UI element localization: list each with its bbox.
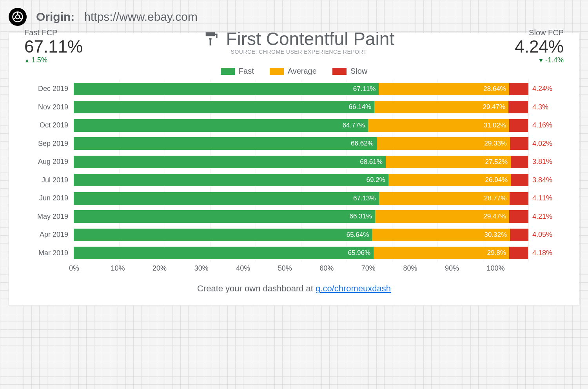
- footer-link[interactable]: g.co/chromeuxdash: [316, 284, 391, 293]
- bar: 67.13% 28.77%: [74, 192, 528, 205]
- bar-fast: 64.77%: [74, 119, 368, 132]
- slow-value-label: 3.84%: [528, 176, 564, 184]
- bar: 68.61% 27.52%: [74, 156, 528, 168]
- legend-average: Average: [270, 67, 317, 76]
- svg-point-1: [16, 15, 20, 19]
- swatch-fast: [221, 68, 235, 75]
- y-label: Apr 2019: [24, 231, 74, 239]
- bar-average: 29.47%: [374, 101, 508, 113]
- bar-slow: [511, 174, 528, 186]
- bar-slow: [510, 229, 528, 241]
- slow-value-label: 3.81%: [528, 158, 564, 166]
- arrow-down-icon: ▼: [538, 57, 544, 64]
- legend-slow: Slow: [332, 67, 367, 76]
- chrome-icon: [9, 8, 27, 26]
- bar: 65.64% 30.32%: [74, 229, 528, 241]
- bar-slow: [509, 247, 528, 259]
- bar-slow: [510, 192, 528, 205]
- slow-value-label: 4.16%: [528, 121, 564, 129]
- swatch-avg: [270, 68, 284, 75]
- slow-value-label: 4.21%: [528, 213, 564, 221]
- slow-fcp-value: 4.24%: [515, 37, 564, 56]
- x-tick: 60%: [319, 264, 361, 273]
- slow-value-label: 4.3%: [528, 103, 564, 111]
- bar: 65.96% 29.8%: [74, 247, 528, 259]
- bar: 64.77% 31.02%: [74, 119, 528, 132]
- x-tick: 40%: [236, 264, 278, 273]
- fast-fcp-label: Fast FCP: [24, 28, 83, 37]
- bar-fast: 69.2%: [74, 174, 388, 186]
- slow-value-label: 4.18%: [528, 249, 564, 257]
- y-label: Dec 2019: [24, 85, 74, 93]
- bar-average: 28.64%: [379, 83, 509, 95]
- slow-fcp-label: Slow FCP: [529, 28, 564, 37]
- origin-label: Origin:: [36, 10, 74, 24]
- y-label: Aug 2019: [24, 158, 74, 166]
- slow-value-label: 4.24%: [528, 85, 564, 93]
- x-tick: 30%: [194, 264, 236, 273]
- footer: Create your own dashboard at g.co/chrome…: [24, 284, 564, 294]
- bar-average: 29.47%: [375, 210, 509, 223]
- chart-title: First Contentful Paint: [226, 28, 394, 49]
- y-label: Nov 2019: [24, 103, 74, 111]
- slow-value-label: 4.05%: [528, 231, 564, 239]
- bar-fast: 67.13%: [74, 192, 379, 205]
- x-tick: 70%: [361, 264, 403, 273]
- origin-url: https://www.ebay.com: [84, 10, 198, 24]
- fcp-chart: Dec 2019 67.11% 28.64% 4.24% Nov 2019 66…: [24, 80, 564, 273]
- bar-fast: 65.64%: [74, 229, 372, 241]
- x-tick: 0%: [69, 264, 111, 273]
- fcp-card: Fast FCP 67.11% ▲1.5% First Contentful P…: [9, 33, 579, 305]
- fast-fcp-delta: ▲1.5%: [24, 56, 83, 64]
- bar-fast: 68.61%: [74, 156, 386, 168]
- x-tick: 90%: [445, 264, 487, 273]
- bar: 69.2% 26.94%: [74, 174, 528, 186]
- bar-average: 31.02%: [368, 119, 509, 132]
- bar-average: 27.52%: [386, 156, 511, 168]
- swatch-slow: [332, 68, 347, 75]
- fast-fcp-value: 67.11%: [24, 37, 83, 56]
- bar-fast: 65.96%: [74, 247, 374, 259]
- bar-slow: [508, 101, 528, 113]
- slow-value-label: 4.11%: [528, 194, 564, 202]
- x-tick: 20%: [152, 264, 194, 273]
- bar: 66.14% 29.47%: [74, 101, 528, 113]
- x-tick: 10%: [111, 264, 153, 273]
- bar-slow: [509, 83, 528, 95]
- slow-fcp-kpi: Slow FCP 4.24% ▼-1.4%: [515, 28, 564, 64]
- bar-slow: [509, 210, 528, 223]
- bar-slow: [511, 156, 528, 168]
- chart-source: SOURCE: CHROME USER EXPERIENCE REPORT: [83, 49, 515, 55]
- bar-fast: 67.11%: [74, 83, 379, 95]
- footer-text: Create your own dashboard at: [197, 284, 316, 293]
- bar-average: 26.94%: [388, 174, 511, 186]
- legend: Fast Average Slow: [24, 67, 564, 76]
- bar: 67.11% 28.64%: [74, 83, 528, 95]
- y-label: Jul 2019: [24, 176, 74, 184]
- bar: 66.62% 29.33%: [74, 137, 528, 150]
- x-tick: 100%: [486, 264, 528, 273]
- fast-fcp-kpi: Fast FCP 67.11% ▲1.5%: [24, 28, 83, 64]
- legend-fast: Fast: [221, 67, 254, 76]
- slow-fcp-delta: ▼-1.4%: [538, 56, 564, 64]
- y-label: Oct 2019: [24, 121, 74, 129]
- bar: 66.31% 29.47%: [74, 210, 528, 223]
- x-tick: 50%: [278, 264, 320, 273]
- paint-roller-icon: [203, 31, 219, 47]
- bar-average: 30.32%: [372, 229, 510, 241]
- x-tick: 80%: [403, 264, 445, 273]
- bar-fast: 66.14%: [74, 101, 374, 113]
- x-axis: 0%10%20%30%40%50%60%70%80%90%100%: [74, 264, 528, 273]
- y-label: May 2019: [24, 213, 74, 221]
- bar-average: 29.8%: [374, 247, 509, 259]
- bar-fast: 66.31%: [74, 210, 375, 223]
- slow-value-label: 4.02%: [528, 140, 564, 148]
- bar-fast: 66.62%: [74, 137, 377, 150]
- y-label: Mar 2019: [24, 249, 74, 257]
- bar-average: 29.33%: [377, 137, 510, 150]
- y-label: Sep 2019: [24, 140, 74, 148]
- bar-slow: [509, 119, 528, 132]
- bar-average: 28.77%: [379, 192, 510, 205]
- arrow-up-icon: ▲: [24, 57, 30, 64]
- y-label: Jun 2019: [24, 194, 74, 202]
